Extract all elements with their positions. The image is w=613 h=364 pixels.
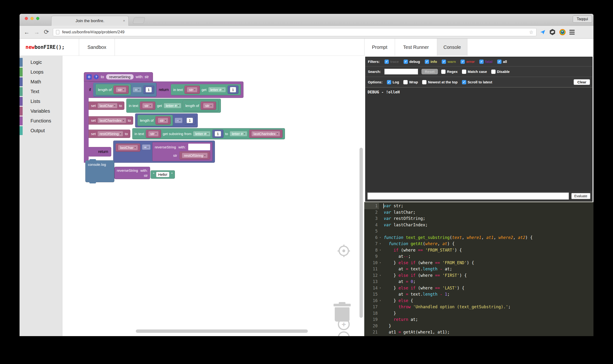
checkbox[interactable] [491, 70, 496, 74]
editor-line[interactable]: 11 at = text.length - at; [364, 266, 593, 272]
menu-icon[interactable] [569, 30, 575, 35]
profile-button[interactable]: Taqqui [573, 15, 592, 23]
variable-dropdown[interactable]: lastChar▾ [118, 145, 138, 150]
variable-restofstring-block[interactable]: restOfString▾ [179, 151, 210, 160]
variable-lastcharindex-block[interactable]: lastCharIndex▾ [249, 130, 283, 138]
letter-dropdown[interactable]: letter #▾ [208, 87, 226, 92]
number-block[interactable]: 1 [143, 86, 154, 94]
toolbox-category-logic[interactable]: Logic [20, 57, 62, 67]
operator-dropdown[interactable]: -▾ [175, 118, 183, 123]
compare-block[interactable]: length of str▾ =▾ 1 [93, 83, 157, 97]
zoom-reset-button[interactable] [339, 246, 349, 256]
search-input[interactable] [384, 69, 418, 75]
toolbox-category-functions[interactable]: Functions [20, 116, 62, 126]
checkbox[interactable]: ✓ [479, 60, 484, 64]
trash-icon[interactable] [334, 302, 351, 322]
editor-line[interactable]: 5 [364, 228, 593, 234]
in-text-get-block[interactable]: in text str▾ get letter #▾ length of str… [126, 99, 221, 113]
toolbox-category-math[interactable]: Math [20, 77, 62, 87]
editor-line[interactable]: 13 at = 0; [364, 278, 593, 285]
function-definition-block[interactable]: ⚙ ? to reverseString with: str if length… [84, 72, 285, 163]
number-field[interactable]: 1 [145, 87, 152, 92]
number-block[interactable]: 1 [184, 116, 195, 125]
forward-icon[interactable]: → [34, 29, 39, 36]
clear-button[interactable]: Clear [574, 79, 590, 85]
variable-str-block[interactable]: str▾ [184, 86, 200, 94]
variable-dropdown[interactable]: restOfString▾ [97, 131, 123, 136]
checkbox[interactable] [462, 70, 466, 74]
checkbox[interactable]: ✓ [460, 60, 465, 64]
variable-str-block[interactable]: str▾ [201, 102, 216, 110]
letter-dropdown[interactable]: letter #▾ [193, 131, 211, 136]
mutator-gear-icon[interactable]: ⚙ [87, 74, 92, 79]
length-of-block[interactable]: length of str▾ [95, 84, 131, 95]
console-log-block[interactable]: console.log [85, 160, 114, 182]
variable-str-block[interactable]: str▾ [146, 130, 161, 138]
blockly-workspace[interactable]: ⚙ ? to reverseString with: str if length… [62, 56, 364, 336]
checkbox[interactable] [441, 70, 445, 74]
eye-extension-icon[interactable] [559, 29, 566, 35]
editor-line[interactable]: 3var restOfString; [364, 215, 593, 222]
reload-icon[interactable]: ⟳ [44, 28, 49, 36]
checkbox[interactable]: ✓ [387, 80, 391, 84]
set-restofstring-block[interactable]: set restOfString▾ to [89, 130, 130, 138]
editor-line[interactable]: 9 at--; [364, 253, 593, 260]
toolbox-category-loops[interactable]: Loops [20, 67, 62, 77]
evaluate-button[interactable]: Evaluate [571, 193, 590, 199]
back-icon[interactable]: ← [24, 29, 29, 36]
checkbox[interactable]: ✓ [497, 60, 501, 64]
operator-dropdown[interactable]: =▾ [133, 87, 142, 92]
length-of-block[interactable]: length of str▾ [183, 100, 219, 111]
url-text[interactable]: fewd.us/bonfire/#/app/problem/249 [62, 30, 125, 35]
editor-line[interactable]: 18 } [364, 310, 593, 317]
editor-line[interactable]: 14▾ } else if (where == 'LAST') { [364, 285, 593, 291]
browser-tab[interactable]: Join the bonfire. × [51, 16, 129, 26]
checkbox[interactable]: ✓ [385, 60, 389, 64]
bookmark-star-icon[interactable]: ☆ [529, 29, 534, 35]
maximize-window-button[interactable] [36, 17, 39, 20]
help-icon[interactable]: ? [94, 75, 99, 79]
variable-dropdown[interactable]: str▾ [187, 87, 197, 92]
variable-lastchar-block[interactable]: lastChar▾ [116, 143, 140, 152]
editor-line[interactable]: 8▾ if (where == 'FROM_START') { [364, 247, 593, 253]
variable-dropdown[interactable]: lastChar▾ [97, 103, 117, 108]
if-return-block[interactable]: if length of str▾ =▾ 1 [89, 81, 244, 98]
letter-dropdown[interactable]: letter #▾ [164, 103, 181, 108]
tab-test-runner[interactable]: Test Runner [395, 39, 437, 56]
set-lastcharindex-block[interactable]: set lastCharIndex▾ to [89, 116, 133, 125]
get-substring-block[interactable]: in text str▾ get substring from letter #… [132, 128, 285, 139]
editor-line[interactable]: 19 return at; [364, 316, 593, 323]
workspace-vertical-scrollbar[interactable] [360, 148, 363, 318]
editor-line[interactable]: 20 } [364, 323, 593, 329]
editor-line[interactable]: 4var lastCharIndex; [364, 222, 593, 228]
function-name-field[interactable]: reverseString [106, 74, 133, 79]
text-string-block[interactable]: “ Hello! ” [151, 170, 175, 179]
toolbox-category-variables[interactable]: Variables [20, 106, 62, 116]
toolbox-category-lists[interactable]: Lists [20, 96, 62, 106]
variable-dropdown[interactable]: lastCharIndex▾ [97, 118, 126, 123]
variable-str-block[interactable]: str▾ [140, 102, 155, 110]
editor-line[interactable]: 17 throw 'Unhandled option (text_getSubs… [364, 304, 593, 310]
number-field[interactable]: 1 [230, 87, 236, 92]
checkbox[interactable]: ✓ [404, 60, 408, 64]
tab-sandbox[interactable]: Sandbox [79, 39, 115, 56]
letter-dropdown[interactable]: letter #▾ [230, 131, 247, 136]
code-editor[interactable]: 1var str;2var lastChar;3var restOfString… [364, 202, 593, 336]
minimize-window-button[interactable] [30, 17, 34, 20]
toolbox-category-output[interactable]: Output [20, 126, 62, 136]
empty-input-socket[interactable] [188, 144, 210, 150]
checkbox[interactable]: ✓ [425, 60, 429, 64]
editor-line[interactable]: 12▾ } else if (where == 'FIRST') { [364, 272, 593, 279]
number-field[interactable]: 1 [186, 118, 193, 123]
variable-str-block[interactable]: str▾ [155, 116, 171, 125]
checkbox[interactable] [422, 80, 427, 84]
zoom-out-button[interactable]: − [338, 331, 350, 336]
toolbox-category-text[interactable]: Text [20, 87, 62, 96]
variable-dropdown[interactable]: str▾ [203, 103, 214, 108]
variable-dropdown[interactable]: str▾ [158, 118, 169, 123]
tab-prompt[interactable]: Prompt [364, 39, 395, 56]
editor-line[interactable]: 6▾function text_get_substring(text, wher… [364, 234, 593, 241]
arithmetic-block[interactable]: length of str▾ -▾ 1 [135, 113, 198, 128]
text-field[interactable]: Hello! [156, 172, 170, 177]
reversestring-call-block[interactable]: reverseString with: str restOfString▾ [152, 142, 212, 161]
